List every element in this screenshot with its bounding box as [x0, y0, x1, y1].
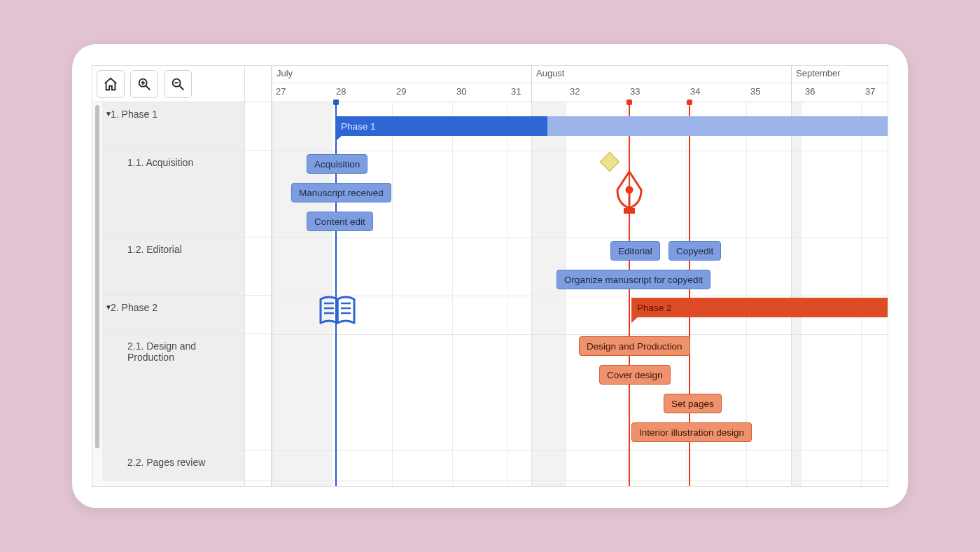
- caret-icon[interactable]: ▼: [105, 303, 112, 311]
- week-32: 32: [566, 86, 584, 102]
- task-row-label: 2.2. Pages review: [127, 457, 205, 468]
- task-row-acquisition[interactable]: 1.1. Acquisition: [102, 151, 244, 237]
- task-row-design[interactable]: 2.1. Design and Production: [102, 334, 244, 450]
- week-30: 30: [452, 86, 470, 102]
- caret-icon[interactable]: ▼: [105, 110, 112, 118]
- month-august: August: [531, 66, 568, 102]
- milestone-marker[interactable]: [600, 152, 620, 172]
- task-editorial[interactable]: Editorial: [610, 241, 660, 261]
- scrollbar-thumb[interactable]: [95, 105, 99, 448]
- toolbar: [92, 66, 244, 102]
- home-button[interactable]: [97, 70, 125, 98]
- week-31: 31: [507, 86, 525, 102]
- week-37: 37: [861, 86, 879, 102]
- task-row-editorial[interactable]: 1.2. Editorial: [102, 237, 244, 296]
- task-row-pages-review[interactable]: 2.2. Pages review: [102, 450, 244, 481]
- gantt-container: ▼ 1. Phase 1 1.1. Acquisition 1.2. Edito…: [92, 65, 888, 487]
- task-row-label: 2.1. Design and Production: [127, 340, 196, 363]
- timeline[interactable]: July August September 27 28 29 30 31 32 …: [272, 66, 888, 486]
- week-27: 27: [272, 86, 290, 102]
- task-row-label: 2. Phase 2: [111, 302, 158, 313]
- zoom-in-icon: [136, 76, 152, 92]
- week-36: 36: [801, 86, 819, 102]
- task-design-production[interactable]: Design and Production: [579, 336, 690, 356]
- task-list: ▼ 1. Phase 1 1.1. Acquisition 1.2. Edito…: [92, 102, 244, 486]
- zoom-out-icon: [170, 76, 186, 92]
- task-set-pages[interactable]: Set pages: [664, 394, 722, 413]
- task-row-label: 1.1. Acquisition: [127, 157, 193, 168]
- task-organize-manuscript[interactable]: Organize manuscript for copyedit: [556, 270, 710, 289]
- zoom-in-button[interactable]: [130, 70, 158, 98]
- task-row-phase1[interactable]: ▼ 1. Phase 1: [102, 102, 244, 151]
- timeline-body[interactable]: Phase 1 Phase 2 Acquisition Manuscript r…: [272, 102, 888, 486]
- app-frame: ▼ 1. Phase 1 1.1. Acquisition 1.2. Edito…: [72, 44, 908, 508]
- phase1-bar-label: Phase 1: [341, 121, 376, 132]
- task-interior-illustration[interactable]: Interior illustration design: [631, 422, 752, 442]
- task-row-label: 1.2. Editorial: [127, 244, 182, 255]
- phase2-bar-label: Phase 2: [637, 303, 672, 313]
- week-29: 29: [392, 86, 410, 102]
- task-acquisition[interactable]: Acquisition: [307, 154, 368, 174]
- phase1-summary-bar[interactable]: Phase 1: [335, 116, 888, 136]
- task-manuscript-received[interactable]: Manuscript received: [291, 183, 391, 202]
- week-35: 35: [746, 86, 764, 102]
- spacer-column: [245, 66, 272, 486]
- task-content-edit[interactable]: Content edit: [307, 212, 373, 231]
- deadline-marker-1[interactable]: [629, 102, 630, 486]
- task-row-phase2[interactable]: ▼ 2. Phase 2: [102, 296, 244, 334]
- task-cover-design[interactable]: Cover design: [599, 365, 671, 385]
- home-icon: [103, 76, 118, 92]
- zoom-out-button[interactable]: [164, 70, 192, 98]
- timeline-header: July August September 27 28 29 30 31 32 …: [272, 66, 888, 102]
- task-row-label: 1. Phase 1: [111, 109, 158, 120]
- task-copyedit[interactable]: Copyedit: [668, 241, 721, 261]
- phase2-summary-bar[interactable]: Phase 2: [631, 298, 888, 317]
- task-list-panel: ▼ 1. Phase 1 1.1. Acquisition 1.2. Edito…: [92, 66, 245, 486]
